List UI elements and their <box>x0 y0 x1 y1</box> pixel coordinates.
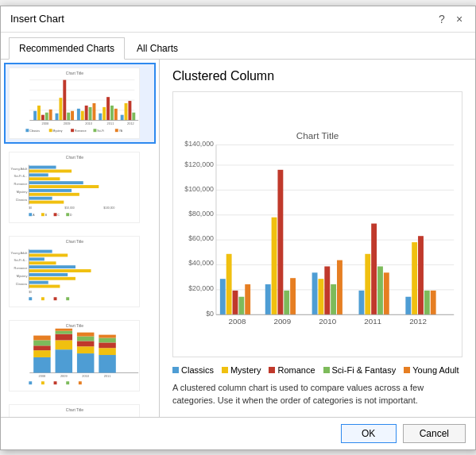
legend-label-classics: Classics <box>181 365 214 375</box>
tabs-row: Recommended Charts All Charts <box>1 33 475 60</box>
svg-rect-22 <box>103 106 106 120</box>
svg-rect-89 <box>29 284 60 287</box>
svg-rect-94 <box>54 297 57 300</box>
svg-rect-20 <box>92 103 95 121</box>
svg-rect-159 <box>238 296 244 314</box>
svg-rect-60 <box>29 196 52 199</box>
svg-text:B: B <box>45 214 48 217</box>
svg-rect-82 <box>29 265 75 268</box>
cancel-button[interactable]: Cancel <box>403 424 466 443</box>
chart-preview-svg: Chart Title $0 $20,000 $40,000 $60,000 $… <box>173 92 462 357</box>
svg-rect-29 <box>132 112 135 120</box>
svg-rect-98 <box>33 357 51 372</box>
svg-rect-42 <box>93 129 96 132</box>
svg-rect-24 <box>110 105 114 120</box>
svg-rect-168 <box>324 266 330 314</box>
svg-rect-6 <box>33 110 37 120</box>
chart-description: A clustered column chart is used to comp… <box>172 381 462 407</box>
svg-rect-61 <box>29 200 64 203</box>
svg-text:YA: YA <box>119 129 123 133</box>
thumb-svg-3: Chart Title Young Adult Sci-Fi &... Roma… <box>10 237 139 307</box>
svg-rect-86 <box>29 261 56 264</box>
chart-thumbnail-4[interactable]: Chart Title <box>4 315 156 396</box>
svg-rect-179 <box>424 290 430 314</box>
tab-all-charts[interactable]: All Charts <box>126 37 188 59</box>
svg-rect-85 <box>29 253 68 256</box>
tab-recommended[interactable]: Recommended Charts <box>9 37 125 60</box>
svg-rect-54 <box>29 173 48 176</box>
chart-thumbnail-3[interactable]: Chart Title Young Adult Sci-Fi &... Roma… <box>4 231 156 312</box>
svg-text:Chart Title: Chart Title <box>66 155 84 159</box>
svg-rect-72 <box>66 213 69 216</box>
legend-scifi: Sci-Fi & Fantasy <box>323 365 397 375</box>
svg-rect-123 <box>41 381 45 384</box>
svg-rect-16 <box>77 108 80 120</box>
svg-rect-169 <box>331 284 336 314</box>
svg-text:Classics: Classics <box>16 281 28 285</box>
legend-dot-romance <box>269 367 275 373</box>
legend-label-romance: Romance <box>277 365 315 375</box>
svg-rect-11 <box>56 113 59 120</box>
svg-rect-166 <box>312 272 318 314</box>
dialog-footer: OK Cancel <box>1 417 475 449</box>
close-button[interactable]: × <box>453 13 466 25</box>
svg-rect-126 <box>79 381 82 384</box>
chart-thumbnail-1[interactable]: Chart Title <box>4 63 156 144</box>
svg-rect-19 <box>89 106 92 120</box>
svg-rect-167 <box>318 279 323 314</box>
svg-text:$50,000: $50,000 <box>64 206 74 210</box>
svg-rect-8 <box>41 114 45 120</box>
svg-text:Sci-Fi &...: Sci-Fi &... <box>14 174 27 178</box>
ok-button[interactable]: OK <box>341 424 397 443</box>
svg-rect-115 <box>99 342 116 348</box>
chart-thumbnail-2[interactable]: Chart Title Young Adult Sci-Fi &... Roma… <box>4 147 156 228</box>
svg-text:Mystery: Mystery <box>53 129 63 133</box>
chart-list-panel[interactable]: Chart Title <box>1 60 160 417</box>
chart-title-text: Chart Title <box>296 129 339 140</box>
svg-rect-158 <box>233 290 238 314</box>
legend-label-ya: Young Adult <box>412 365 459 375</box>
svg-text:Classics: Classics <box>16 197 28 201</box>
svg-rect-80 <box>29 249 52 253</box>
svg-text:$0: $0 <box>29 291 32 294</box>
thumb-preview-3: Chart Title Young Adult Sci-Fi &... Roma… <box>9 236 140 307</box>
svg-rect-112 <box>77 332 95 336</box>
dialog-titlebar: Insert Chart ? × <box>1 6 475 33</box>
svg-rect-178 <box>418 236 424 314</box>
svg-rect-88 <box>29 276 75 280</box>
svg-rect-174 <box>377 266 383 314</box>
svg-rect-125 <box>66 381 69 384</box>
svg-rect-87 <box>29 269 91 272</box>
svg-rect-57 <box>29 185 99 188</box>
svg-rect-161 <box>265 284 271 314</box>
svg-text:Romance: Romance <box>14 182 28 186</box>
legend-dot-ya <box>404 367 410 373</box>
svg-text:2012: 2012 <box>127 121 134 125</box>
svg-rect-117 <box>99 334 116 337</box>
chart-thumbnail-5[interactable]: Chart Title 2008 2009 2010 2011 <box>4 399 156 417</box>
content-area: Chart Title <box>1 60 475 417</box>
help-button[interactable]: ? <box>435 13 448 25</box>
chart-type-name: Clustered Column <box>172 69 462 83</box>
legend-label-scifi: Sci-Fi & Fantasy <box>332 365 397 375</box>
svg-rect-81 <box>29 257 45 260</box>
svg-text:Chart Title: Chart Title <box>66 71 84 75</box>
svg-text:$40,000: $40,000 <box>188 259 214 267</box>
dialog-title: Insert Chart <box>10 13 64 25</box>
svg-text:$60,000: $60,000 <box>188 234 214 242</box>
svg-text:$0: $0 <box>29 206 32 210</box>
svg-text:Chart Title: Chart Title <box>66 323 84 327</box>
svg-rect-68 <box>41 213 45 216</box>
svg-rect-124 <box>54 381 57 384</box>
svg-text:Sci-Fi: Sci-Fi <box>97 129 104 133</box>
svg-rect-83 <box>29 272 68 276</box>
thumb-svg-1: Chart Title <box>10 68 139 138</box>
svg-rect-111 <box>77 336 95 341</box>
svg-rect-12 <box>59 98 62 120</box>
svg-rect-101 <box>33 340 51 345</box>
svg-rect-100 <box>33 345 51 350</box>
svg-rect-156 <box>220 279 226 314</box>
svg-rect-177 <box>412 242 417 314</box>
svg-text:$120,000: $120,000 <box>184 160 214 168</box>
svg-text:2012: 2012 <box>409 317 427 326</box>
